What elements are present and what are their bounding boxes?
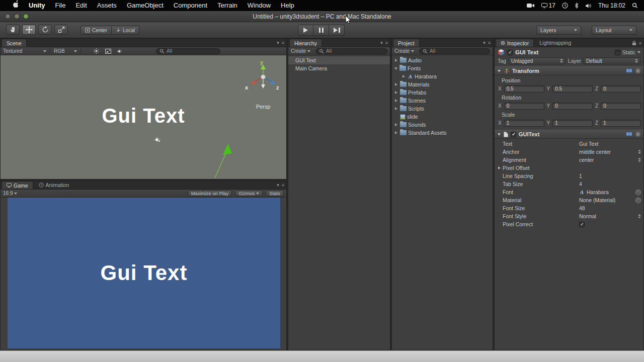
foldout-closed-icon[interactable] bbox=[498, 166, 501, 169]
render-channel-dropdown[interactable]: RGB bbox=[54, 48, 77, 54]
volume-icon[interactable] bbox=[585, 3, 592, 9]
scene-orientation-gizmo[interactable] bbox=[248, 62, 278, 93]
game-viewport[interactable]: Gui Text bbox=[1, 198, 286, 350]
menu-gameobject[interactable]: GameObject bbox=[122, 0, 169, 11]
expand-arrow-icon[interactable] bbox=[395, 123, 397, 126]
pivot-center-button[interactable]: Center bbox=[80, 26, 112, 35]
menu-help[interactable]: Help bbox=[276, 0, 299, 11]
project-item-slide[interactable]: slide bbox=[392, 113, 493, 121]
panel-menu-icon[interactable]: ≡ bbox=[385, 40, 388, 45]
position-z-field[interactable]: 0 bbox=[601, 85, 641, 93]
draw-mode-dropdown[interactable]: Textured bbox=[3, 48, 46, 54]
scene-search-field[interactable]: All bbox=[156, 48, 220, 54]
bluetooth-icon[interactable] bbox=[575, 3, 579, 9]
x-axis-cone[interactable] bbox=[251, 80, 256, 84]
pause-button[interactable] bbox=[313, 25, 329, 36]
project-search-field[interactable]: All bbox=[419, 48, 490, 54]
font-size-field[interactable]: 48 bbox=[579, 205, 641, 211]
perspective-toggle[interactable]: Persp bbox=[248, 104, 278, 110]
aspect-ratio-dropdown[interactable]: 16:9 bbox=[3, 191, 17, 196]
tab-hierarchy[interactable]: Hierarchy bbox=[289, 39, 322, 47]
scale-tool-button[interactable] bbox=[54, 25, 68, 35]
collapse-arrow-icon[interactable] bbox=[394, 67, 397, 70]
project-item-fonts[interactable]: Fonts bbox=[392, 64, 493, 72]
font-object-field[interactable]: Harabara bbox=[579, 189, 641, 195]
menu-assets[interactable]: Assets bbox=[92, 0, 122, 11]
screen-recording-icon[interactable] bbox=[527, 3, 535, 8]
panel-menu-icon[interactable]: ≡ bbox=[488, 40, 491, 45]
rotate-tool-button[interactable] bbox=[38, 25, 52, 35]
scene-audio-toggle[interactable] bbox=[117, 49, 123, 54]
menu-terrain[interactable]: Terrain bbox=[212, 0, 243, 11]
menu-unity[interactable]: Unity bbox=[24, 0, 50, 11]
layer-dropdown[interactable]: Default bbox=[584, 57, 640, 64]
foldout-open-icon[interactable] bbox=[498, 133, 501, 136]
chevron-down-icon[interactable]: ▾ bbox=[380, 40, 383, 45]
help-book-icon[interactable] bbox=[626, 132, 632, 137]
object-picker-icon[interactable] bbox=[635, 198, 641, 203]
font-style-dropdown[interactable]: Normal bbox=[579, 213, 641, 219]
minimize-button[interactable] bbox=[14, 14, 20, 19]
down-axis-cone[interactable] bbox=[261, 84, 265, 88]
menu-edit[interactable]: Edit bbox=[70, 0, 92, 11]
gizmos-button[interactable]: Gizmos bbox=[235, 190, 263, 197]
play-button[interactable] bbox=[298, 25, 313, 36]
alignment-dropdown[interactable]: center bbox=[579, 157, 641, 163]
scene-viewport[interactable]: Gui Text y x z Persp bbox=[1, 55, 286, 179]
menu-component[interactable]: Component bbox=[169, 0, 212, 11]
z-axis-cone[interactable] bbox=[270, 80, 275, 84]
project-create-dropdown[interactable]: Create bbox=[394, 48, 414, 54]
hierarchy-item-guitext[interactable]: GUI Text bbox=[288, 56, 390, 64]
panel-menu-icon[interactable]: ≡ bbox=[282, 183, 284, 188]
guitext-gizmo-icon[interactable] bbox=[153, 137, 162, 144]
project-item-prefabs[interactable]: Prefabs bbox=[392, 88, 493, 97]
layout-dropdown[interactable]: Layout bbox=[592, 26, 636, 35]
layers-dropdown[interactable]: Layers bbox=[536, 26, 581, 35]
help-book-icon[interactable] bbox=[626, 68, 632, 73]
tab-scene[interactable]: Scene bbox=[2, 39, 27, 47]
maximize-on-play-button[interactable]: Maximize on Play bbox=[188, 190, 232, 197]
active-checkbox[interactable] bbox=[507, 50, 513, 55]
chevron-down-icon[interactable]: ▾ bbox=[277, 40, 279, 45]
move-tool-button[interactable] bbox=[22, 25, 36, 35]
lock-icon[interactable] bbox=[632, 40, 636, 46]
scale-y-field[interactable]: 1 bbox=[552, 120, 593, 127]
menu-file[interactable]: File bbox=[50, 0, 71, 11]
gizmo-center-sphere[interactable] bbox=[261, 74, 265, 79]
expand-arrow-icon[interactable] bbox=[395, 59, 397, 62]
scene-lighting-toggle[interactable] bbox=[94, 48, 99, 54]
expand-arrow-icon[interactable] bbox=[395, 131, 397, 134]
rotation-z-field[interactable]: 0 bbox=[601, 103, 641, 110]
line-spacing-field[interactable]: 1 bbox=[579, 173, 641, 179]
rotation-y-field[interactable]: 0 bbox=[552, 103, 593, 110]
expand-arrow-icon[interactable] bbox=[403, 75, 405, 78]
project-item-sounds[interactable]: Sounds bbox=[392, 121, 493, 129]
spotlight-icon[interactable] bbox=[632, 3, 638, 9]
project-item-scripts[interactable]: Scripts bbox=[392, 105, 493, 113]
panel-menu-icon[interactable]: ≡ bbox=[282, 40, 284, 45]
scene-guitext-object[interactable]: Gui Text bbox=[1, 105, 286, 127]
static-toggle[interactable]: Static bbox=[615, 49, 640, 55]
tab-size-field[interactable]: 4 bbox=[579, 181, 641, 187]
project-item-materials[interactable]: Materials bbox=[392, 80, 493, 88]
menu-window[interactable]: Window bbox=[243, 0, 276, 11]
anchor-dropdown[interactable]: middle center bbox=[579, 149, 641, 155]
rotation-x-field[interactable]: 0 bbox=[504, 103, 544, 110]
transform-header[interactable]: Transform bbox=[495, 66, 643, 75]
close-button[interactable] bbox=[5, 14, 11, 19]
pixel-correct-checkbox[interactable] bbox=[579, 222, 585, 227]
scale-x-field[interactable]: 1 bbox=[504, 120, 544, 127]
scale-z-field[interactable]: 1 bbox=[601, 120, 641, 127]
stats-button[interactable]: Stats bbox=[266, 190, 284, 197]
tab-lightmapping[interactable]: Lightmapping bbox=[535, 39, 576, 47]
tab-project[interactable]: Project bbox=[393, 39, 420, 47]
tab-inspector[interactable]: Inspector bbox=[496, 39, 534, 47]
hierarchy-search-field[interactable]: All bbox=[315, 48, 387, 54]
apple-menu[interactable] bbox=[7, 0, 24, 11]
scene-overlay-toggle[interactable] bbox=[105, 49, 111, 54]
hand-tool-button[interactable] bbox=[6, 25, 20, 35]
project-item-audio[interactable]: Audio bbox=[392, 56, 493, 64]
project-item-standard-assets[interactable]: Standard Assets bbox=[392, 129, 493, 137]
recording-counter[interactable]: 17 bbox=[541, 2, 555, 9]
project-item-scenes[interactable]: Scenes bbox=[392, 97, 493, 105]
